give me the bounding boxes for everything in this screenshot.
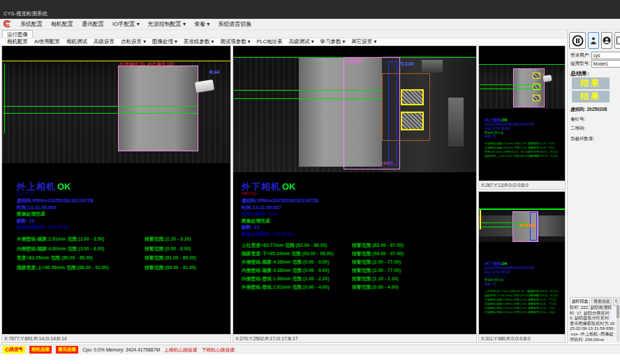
camera-connect-badge: 相机连接 <box>29 346 52 354</box>
cpu-memory-text: Cpu: 0.0% Memory: 3424.4179687M <box>82 347 160 352</box>
toolbar-item[interactable]: 测试项参数 ▾ <box>220 38 250 45</box>
result-status: OK <box>501 261 508 266</box>
alarm-range: 报警范围:(89.00 - 91.00) <box>528 154 558 158</box>
login-user-button[interactable] <box>588 32 599 49</box>
operator-icon <box>603 36 611 45</box>
result-status: OK <box>501 118 508 122</box>
alarm-range: 报警范围:(83.00 - 87.00) <box>352 241 404 250</box>
measurement-row: 隔膜宽度-上=90.56mm 范围:(88.00 - 92.00) 报警范围:(… <box>485 154 558 158</box>
measurement-row: 外侧壁线-壁线:2.61mm 范围:(0.60 - 4.00) 报警范围:(0.… <box>485 310 558 314</box>
scrollbar-thumb[interactable] <box>617 305 619 318</box>
model-value[interactable]: Model1 <box>591 60 620 68</box>
heartbeat-badge: 心跳信号 <box>3 346 25 354</box>
menu-item-io-config[interactable]: IO手配置 ▾ <box>112 20 140 28</box>
measurement-row: 外侧壁线-隔膜:4.38mm 范围:(0.00 - 9.00) 报警范围:(2.… <box>242 258 404 266</box>
result-lines: 虚拟码:0ffliine2025020813313472B时间:13-31-59… <box>485 123 534 139</box>
control-buttons <box>569 32 620 49</box>
log-text: 耗时: 222, 缺陷检测耗时: 17, 缺陷分类耗时: 0, 缺陷提取分区耗时… <box>570 305 615 342</box>
green-measure-line <box>3 113 198 114</box>
green-measure-line <box>480 84 542 85</box>
metal-part <box>448 98 464 146</box>
orange-value-overlay: 82.8 <box>539 73 545 76</box>
log-scrollbar[interactable] <box>617 297 619 342</box>
green-vline <box>4 63 5 133</box>
center-camera-image[interactable]: AI检测框 73.3.80 1.9 0.77 <box>233 56 476 172</box>
toolbar-item[interactable]: 高级调试 ▾ <box>289 38 314 45</box>
login-user-label: 登录用户: <box>570 52 590 59</box>
qr-code-label: 二维码: <box>570 126 585 132</box>
measurement-row: 内侧壁线-隔膜:4.60mm 范围:(3.00 - 6.00) 报警范围:(0.… <box>17 244 196 254</box>
measurement-value: 宽度=83.05mm 范围:(80.00 - 86.00) <box>17 253 145 263</box>
toolbar-item[interactable]: 图像处理 ▾ <box>152 38 177 45</box>
title-bar: CYS-视觉检测系统 <box>0 0 620 19</box>
lower-camera-heartbeat-link[interactable]: 下相机心跳链接 <box>202 347 235 354</box>
menu-item-camera-config[interactable]: 相机配置 <box>51 20 73 28</box>
measurement-row: 宽度=83.05mm 范围:(80.00 - 86.00) 报警范围:(81.0… <box>17 253 196 263</box>
toolbar-item[interactable]: 相机调试 <box>66 38 87 45</box>
camera-name: 外下相机 <box>242 181 281 192</box>
exit-button[interactable] <box>614 32 620 49</box>
menu-item-comm-config[interactable]: 通讯配置 <box>82 20 104 28</box>
yellow-vline <box>480 210 481 229</box>
alarm-range: 报警范围:(2.00 - 77.00) <box>352 258 404 266</box>
result-lines: 虚拟码:0ffliine2025020813313472B时间:13-31-59… <box>17 197 94 231</box>
result-lines: 虚拟码:0ffliine2025020813313472B时间:13-31-59… <box>242 197 318 237</box>
result-line: 帧数: 13 <box>485 135 534 139</box>
camera-name: 外上相机 <box>17 181 56 192</box>
measurement-row: 外侧壁线-壁线:2.61mm 范围:(0.60 - 4.00) 报警范围:(0.… <box>242 283 404 291</box>
alarm-range: 报警范围:(2.00 - 77.00) <box>352 266 404 275</box>
pixel-coords-bar: X:311;Y:980;R:0;G:0;B:0 <box>479 334 565 342</box>
center-camera-panel: AI检测框 73.3.80 1.9 0.77 外下相机OK MES:0(1) 虚… <box>232 45 477 343</box>
small-value-overlay: 1.9 0.77 <box>381 162 392 165</box>
operator-button[interactable] <box>601 32 612 49</box>
result-box-1: 结果 <box>572 77 610 89</box>
measurement-value: 隔膜宽度-上=90.56mm 范围:(88.00 - 92.00) <box>17 263 145 273</box>
toolbar-item[interactable]: 相机配置 <box>7 38 28 45</box>
thumb-bottom-image[interactable]: 82.85 93.2 <box>479 210 565 242</box>
toolbar-item[interactable]: AI使用配置 <box>34 38 60 45</box>
upper-camera-heartbeat-link[interactable]: 上相机心跳链接 <box>164 347 198 354</box>
menu-item-system-config[interactable]: 系统配置 <box>20 20 43 28</box>
menu-item-light-config[interactable]: 光源控制配置 ▾ <box>148 20 186 28</box>
login-user-value[interactable]: cys <box>591 52 620 59</box>
menu-item-language-switch[interactable]: 系统语言切换 <box>218 20 251 28</box>
result-line: 图像处理完成 <box>17 211 94 218</box>
measurement-value: 隔膜宽度-下=95.24mm 范围:(93.00 - 98.00) <box>242 250 352 258</box>
toolbar-item[interactable]: 基准线参数 ▾ <box>184 38 214 45</box>
measurement-value: 隔膜宽度-上=90.56mm 范围:(88.00 - 92.00) <box>485 154 528 158</box>
yellow-defect-box <box>401 89 424 105</box>
window-title: CYS-视觉检测系统 <box>3 10 47 17</box>
left-camera-image[interactable]: 灯面阈值:93, 动态阈值:100 R:44 <box>2 62 230 163</box>
alarm-range: 报警范围:(0.60 - 4.00) <box>528 310 558 314</box>
result-line: 图像处理耗时: 182.00ms <box>242 231 318 238</box>
thumb-top-image[interactable]: 82.8 <box>479 66 565 109</box>
exit-door-icon <box>616 36 620 45</box>
result-line: 图像处理耗时: 298.00ms <box>17 224 94 231</box>
pause-icon <box>572 35 584 47</box>
measurement-value: 外侧壁线-隔膜:4.38mm 范围:(0.00 - 9.00) <box>242 258 352 266</box>
toolbar-item[interactable]: 高级设置 <box>94 38 115 45</box>
result-lines: 虚拟码:0ffliine2025020813313472B时间:13-31-59… <box>485 266 534 287</box>
measurement-value: 内侧壁线-隔膜:4.60mm 范围:(3.00 - 6.00) <box>17 244 145 254</box>
alarm-range: 报警范围:(89.00 - 91.00) <box>145 263 196 273</box>
brown-roi-box <box>382 73 430 141</box>
pixel-coords-bar: X:267;Y:13;R:0;G:0;B:0 <box>479 181 565 189</box>
result-line: 帧数: 13 <box>17 218 94 225</box>
result-line: 帧数: 13 <box>485 282 534 287</box>
pause-button[interactable] <box>569 32 586 49</box>
menu-item-view[interactable]: 查看 ▾ <box>194 20 209 28</box>
green-measure-line <box>480 89 542 89</box>
status-bar: 心跳信号 相机连接 通讯连接 Cpu: 0.0% Memory: 3424.41… <box>0 344 620 354</box>
tab-strip: 运行图像 <box>0 30 620 38</box>
toolbar-item[interactable]: 其它设置 ▾ <box>351 38 376 45</box>
toolbar-item[interactable]: 点检设置 ▾ <box>121 38 146 45</box>
measurement-list: 外侧壁线-隔膜:2.91mm 范围:(2.00 - 3.50) 报警范围:(2.… <box>17 234 196 272</box>
alarm-range: 报警范围:(0.00 - 8.00) <box>145 244 196 254</box>
ring-count-label: 负极环数量: <box>570 136 594 142</box>
toolbar-item[interactable]: PLC地址表 <box>257 38 283 45</box>
result-subtext: MES_BCTT <box>17 191 36 195</box>
battery-cell-region <box>118 66 198 151</box>
measurement-list: 上柱宽度=83.77mm 范围:(82.00 - 88.00) 报警范围:(83… <box>485 289 558 314</box>
toolbar-item[interactable]: 学习参数 ▾ <box>320 38 345 45</box>
green-reference-line <box>479 64 565 65</box>
